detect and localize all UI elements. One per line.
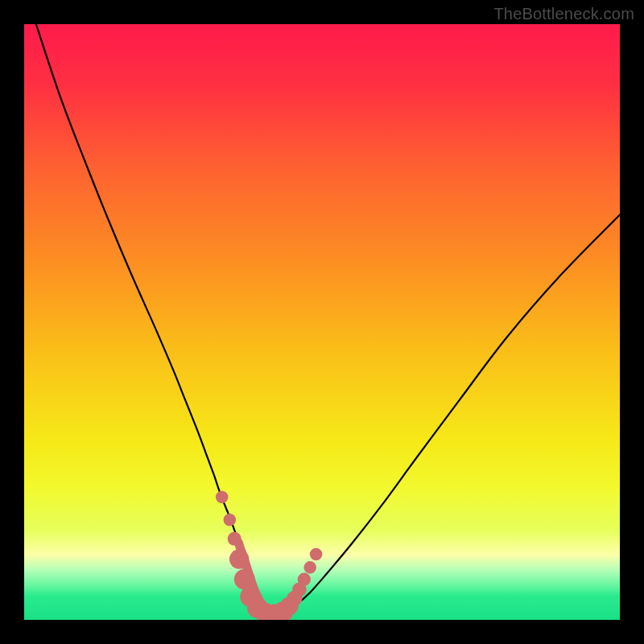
bottleneck-curve <box>36 24 620 614</box>
outer-frame: TheBottleneck.com <box>0 0 644 644</box>
marker-dot <box>224 514 237 526</box>
marker-dot <box>310 548 323 561</box>
marker-dot <box>303 561 316 574</box>
marker-dot <box>228 532 242 546</box>
marker-dot <box>298 573 311 586</box>
marker-dot <box>216 491 229 504</box>
marker-group <box>216 491 322 620</box>
plot-area <box>24 24 620 620</box>
chart-overlay <box>24 24 620 620</box>
marker-dot <box>229 549 249 568</box>
watermark-text: TheBottleneck.com <box>493 5 634 23</box>
